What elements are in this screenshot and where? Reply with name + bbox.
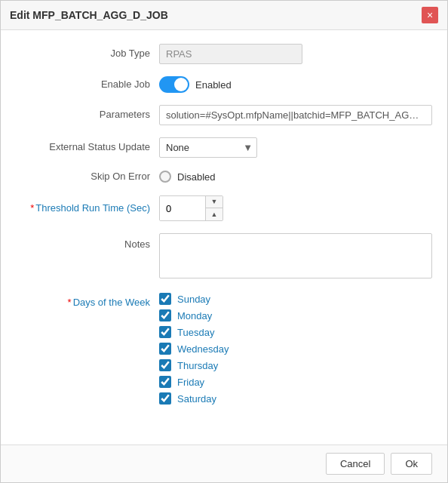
day-checkbox-monday[interactable] (159, 309, 171, 321)
dialog-header: Edit MFP_BATCH_AGG_D_JOB × (1, 1, 447, 30)
toggle-status-label: Enabled (195, 79, 232, 91)
day-label-tuesday[interactable]: Tuesday (177, 327, 214, 338)
day-checkbox-thursday[interactable] (159, 359, 171, 371)
cancel-button[interactable]: Cancel (326, 453, 385, 475)
day-checkbox-friday[interactable] (159, 376, 171, 388)
job-type-value: RPAS (159, 44, 302, 64)
notes-wrapper (159, 233, 432, 281)
threshold-spinner: ▼ ▲ (159, 195, 223, 221)
day-checkbox-saturday[interactable] (159, 392, 171, 405)
external-status-row: External Status Update None Success Fail… (16, 137, 432, 158)
days-asterisk: * (68, 297, 72, 308)
enable-job-toggle-wrapper: Enabled (159, 76, 232, 93)
day-label-sunday[interactable]: Sunday (177, 294, 210, 305)
day-checkbox-wednesday[interactable] (159, 343, 171, 355)
days-list: SundayMondayTuesdayWednesdayThursdayFrid… (159, 293, 229, 405)
external-status-select[interactable]: None Success Failure Both (159, 137, 257, 158)
day-label-friday[interactable]: Friday (177, 377, 204, 388)
parameters-input[interactable] (159, 105, 432, 125)
day-label-saturday[interactable]: Saturday (177, 393, 216, 405)
ok-button[interactable]: Ok (391, 453, 432, 475)
parameters-label: Parameters (16, 108, 159, 122)
enable-job-label: Enable Job (16, 78, 159, 91)
dialog-footer: Cancel Ok (1, 445, 447, 482)
job-type-row: Job Type RPAS (16, 44, 432, 64)
day-label-monday[interactable]: Monday (177, 310, 212, 321)
external-status-label: External Status Update (16, 140, 159, 154)
notes-row: Notes (16, 233, 432, 281)
close-button[interactable]: × (422, 7, 438, 23)
day-checkbox-tuesday[interactable] (159, 326, 171, 338)
days-of-week-label: *Days of the Week (16, 293, 159, 309)
external-status-select-wrapper: None Success Failure Both ▼ (159, 137, 257, 158)
spinner-down-button[interactable]: ▼ (206, 196, 222, 208)
day-label-wednesday[interactable]: Wednesday (177, 343, 229, 355)
day-item-tuesday: Tuesday (159, 326, 229, 338)
spinner-up-button[interactable]: ▲ (206, 208, 222, 220)
day-item-friday: Friday (159, 376, 229, 388)
enable-job-row: Enable Job Enabled (16, 76, 432, 93)
skip-on-error-radio-wrapper: Disabled (159, 171, 216, 183)
skip-on-error-label: Skip On Error (16, 170, 159, 183)
spinner-buttons: ▼ ▲ (205, 196, 222, 220)
edit-dialog: Edit MFP_BATCH_AGG_D_JOB × Job Type RPAS… (0, 0, 448, 483)
day-item-thursday: Thursday (159, 359, 229, 371)
day-label-thursday[interactable]: Thursday (177, 360, 218, 371)
toggle-slider (159, 76, 189, 93)
threshold-row: *Threshold Run Time (Sec) ▼ ▲ (16, 195, 432, 221)
dialog-body: Job Type RPAS Enable Job Enabled Paramet… (1, 30, 447, 445)
job-type-label: Job Type (16, 47, 159, 60)
dialog-title: Edit MFP_BATCH_AGG_D_JOB (10, 9, 168, 21)
skip-on-error-value: Disabled (177, 171, 216, 183)
days-of-week-row: *Days of the Week SundayMondayTuesdayWed… (16, 293, 432, 405)
day-item-sunday: Sunday (159, 293, 229, 305)
day-checkbox-sunday[interactable] (159, 293, 171, 305)
notes-textarea[interactable] (159, 233, 432, 278)
day-item-wednesday: Wednesday (159, 343, 229, 355)
parameters-row: Parameters (16, 105, 432, 125)
threshold-label: *Threshold Run Time (Sec) (16, 202, 159, 215)
threshold-input[interactable] (160, 196, 205, 220)
toggle-switch[interactable] (159, 76, 189, 93)
skip-on-error-row: Skip On Error Disabled (16, 170, 432, 183)
skip-on-error-radio[interactable] (159, 171, 171, 183)
notes-label: Notes (16, 233, 159, 251)
threshold-asterisk: * (30, 202, 34, 214)
day-item-saturday: Saturday (159, 392, 229, 405)
day-item-monday: Monday (159, 309, 229, 321)
